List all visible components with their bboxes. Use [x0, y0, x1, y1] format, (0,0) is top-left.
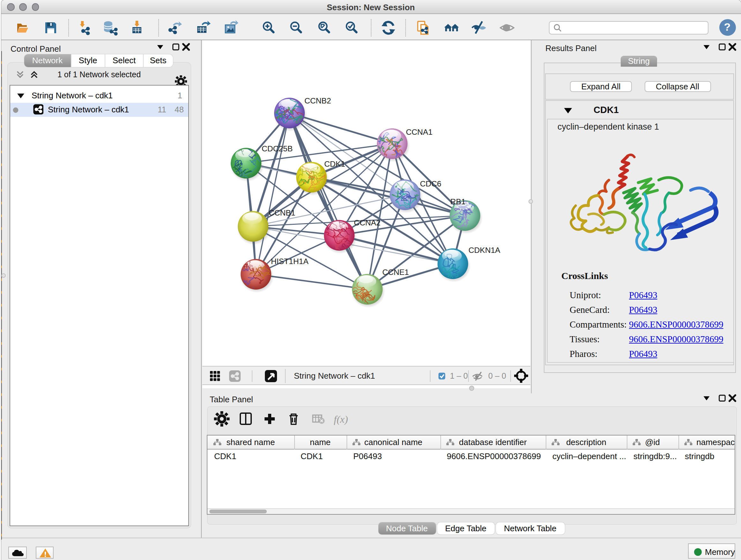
svg-text:RB1: RB1	[450, 197, 465, 206]
svg-text:CCNE1: CCNE1	[382, 267, 408, 276]
svg-text:CCNB1: CCNB1	[268, 208, 295, 217]
svg-text:CCNA1: CCNA1	[406, 127, 432, 136]
svg-text:1 – 0: 1 – 0	[450, 371, 468, 380]
svg-text:f(x): f(x)	[333, 414, 347, 425]
svg-text:HIST1H1A: HIST1H1A	[271, 257, 308, 265]
svg-text:CDKN1A: CDKN1A	[468, 246, 500, 254]
svg-text:CDC6: CDC6	[420, 179, 441, 188]
svg-text:CCNA2: CCNA2	[354, 218, 380, 227]
svg-text:0 – 0: 0 – 0	[488, 371, 506, 380]
svg-text:CDC25B: CDC25B	[261, 144, 292, 152]
svg-text:CCNB2: CCNB2	[304, 96, 331, 105]
svg-text:CDK1: CDK1	[324, 159, 345, 168]
